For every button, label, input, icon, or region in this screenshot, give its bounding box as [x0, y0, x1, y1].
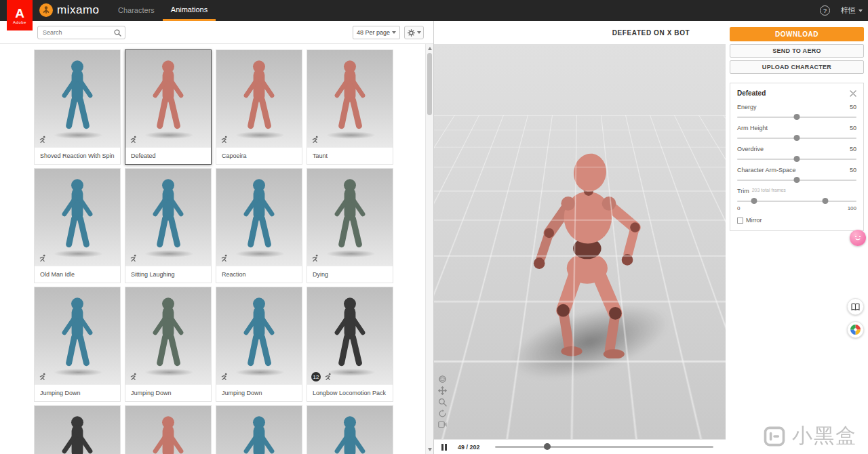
- animation-thumbnail: [307, 50, 393, 147]
- animation-card[interactable]: Old Man Idle: [34, 168, 121, 283]
- animation-card[interactable]: Reaction: [216, 168, 302, 283]
- scrollbar-thumb[interactable]: [427, 53, 432, 115]
- book-icon: [851, 303, 860, 311]
- slider-value: 50: [850, 167, 856, 173]
- export-panel: DOWNLOAD SEND TO AERO UPLOAD CHARACTER D…: [726, 21, 868, 454]
- trim-min: 0: [737, 205, 740, 211]
- slider-track[interactable]: [737, 138, 856, 139]
- tab-characters[interactable]: Characters: [110, 0, 163, 21]
- animation-thumbnail: [307, 169, 393, 266]
- animation-card[interactable]: Jumping Down: [125, 287, 212, 402]
- animation-thumbnail: [35, 287, 120, 384]
- animation-card[interactable]: Dying: [307, 168, 393, 283]
- viewport-canvas[interactable]: [434, 44, 726, 439]
- reset-view-icon[interactable]: [438, 409, 447, 418]
- slider-handle[interactable]: [794, 135, 800, 141]
- slider-track[interactable]: [737, 159, 856, 160]
- preview-character[interactable]: [498, 147, 682, 358]
- animation-card[interactable]: Shoved Reaction With Spin: [34, 49, 121, 165]
- slider-track[interactable]: [737, 180, 856, 181]
- close-icon[interactable]: [850, 90, 856, 97]
- mirror-checkbox[interactable]: [737, 218, 743, 224]
- chevron-down-icon: [392, 31, 396, 34]
- main-tabs: Characters Animations: [110, 0, 216, 21]
- search-box: [37, 26, 125, 39]
- orbit-icon[interactable]: [438, 375, 447, 384]
- gear-icon: [408, 29, 415, 37]
- animation-card-label: Old Man Idle: [35, 266, 120, 283]
- motion-type-icon: [311, 254, 319, 262]
- grid-scrollbar[interactable]: [425, 44, 433, 454]
- download-button[interactable]: DOWNLOAD: [730, 27, 864, 41]
- animation-card-label: Jumping Down: [125, 384, 211, 401]
- chevron-down-icon: [859, 9, 863, 12]
- ground-grid: [434, 44, 726, 115]
- per-page-value: 48 Per page: [357, 29, 390, 36]
- timeline-scrubber[interactable]: [495, 446, 713, 448]
- animation-card[interactable]: Jumping Down: [216, 287, 302, 402]
- color-ball-button[interactable]: [847, 321, 864, 338]
- search-toolbar: 48 Per page: [0, 21, 433, 44]
- camera-icon[interactable]: [438, 421, 448, 428]
- trim-handle-end[interactable]: [823, 198, 829, 204]
- timeline-handle[interactable]: [544, 443, 551, 450]
- animation-card[interactable]: 12 Longbow Locomotion Pack: [307, 287, 393, 402]
- animation-card[interactable]: Jumping Down: [34, 287, 121, 402]
- color-ball-icon: [850, 325, 861, 335]
- trim-track[interactable]: [737, 201, 856, 202]
- trim-max: 100: [848, 205, 856, 211]
- animation-card[interactable]: [307, 405, 393, 454]
- mixamo-logo-icon: [39, 3, 53, 17]
- zoom-icon[interactable]: [438, 398, 447, 407]
- side-widgets: [847, 298, 864, 338]
- help-icon[interactable]: ?: [820, 5, 830, 16]
- scroll-down-icon[interactable]: [428, 448, 432, 451]
- scroll-up-icon[interactable]: [428, 47, 432, 50]
- slider-handle[interactable]: [794, 156, 800, 162]
- motion-type-icon: [311, 136, 319, 144]
- animation-card[interactable]: Capoeira: [216, 49, 302, 165]
- character-figure: [326, 58, 374, 134]
- trim-handle-start[interactable]: [751, 198, 757, 204]
- upload-character-button[interactable]: UPLOAD CHARACTER: [730, 60, 864, 74]
- animation-card[interactable]: Sitting Laughing: [125, 168, 212, 283]
- avatar-badge[interactable]: [850, 230, 866, 246]
- chevron-down-icon: [417, 31, 421, 34]
- per-page-select[interactable]: 48 Per page: [353, 26, 400, 39]
- animation-card-label: Jumping Down: [216, 384, 302, 401]
- animation-card[interactable]: Taunt: [307, 49, 393, 165]
- motion-type-icon: [39, 136, 47, 144]
- pause-icon[interactable]: [441, 444, 447, 451]
- slider-handle[interactable]: [794, 177, 800, 183]
- trim-label: Trim: [737, 188, 749, 194]
- slider-track[interactable]: [737, 117, 856, 118]
- animation-thumbnail: [125, 169, 211, 266]
- adobe-logo[interactable]: A Adobe: [7, 0, 33, 30]
- user-menu[interactable]: 梓恒: [841, 0, 863, 21]
- animation-card-label: Defeated: [125, 147, 211, 164]
- slider-trim: Trim 203 total frames 0 100: [737, 188, 856, 211]
- smile-icon: [854, 235, 862, 241]
- animation-thumbnail: [35, 406, 120, 454]
- motion-type-icon: [220, 136, 229, 144]
- motion-type-icon: [130, 373, 138, 381]
- animation-card-label: Taunt: [307, 147, 393, 164]
- animation-card[interactable]: [34, 405, 121, 454]
- animation-card-label: Jumping Down: [35, 384, 120, 401]
- search-input[interactable]: [38, 29, 114, 36]
- slider-handle[interactable]: [794, 114, 800, 120]
- pan-icon[interactable]: [438, 386, 447, 395]
- tab-animations[interactable]: Animations: [163, 0, 216, 21]
- animation-card[interactable]: Defeated: [125, 49, 212, 165]
- frame-counter: 49 / 202: [458, 444, 480, 451]
- docs-button[interactable]: [847, 298, 864, 315]
- send-to-aero-button[interactable]: SEND TO AERO: [730, 44, 864, 58]
- animation-card[interactable]: [216, 405, 302, 454]
- character-figure: [53, 177, 102, 253]
- settings-button[interactable]: [404, 26, 424, 39]
- search-icon[interactable]: [114, 29, 121, 37]
- slider-label: Character Arm-Space: [737, 167, 796, 173]
- animation-card[interactable]: [125, 405, 212, 454]
- mixamo-brand[interactable]: mixamo: [39, 3, 100, 17]
- animation-card-label: Shoved Reaction With Spin: [35, 147, 120, 164]
